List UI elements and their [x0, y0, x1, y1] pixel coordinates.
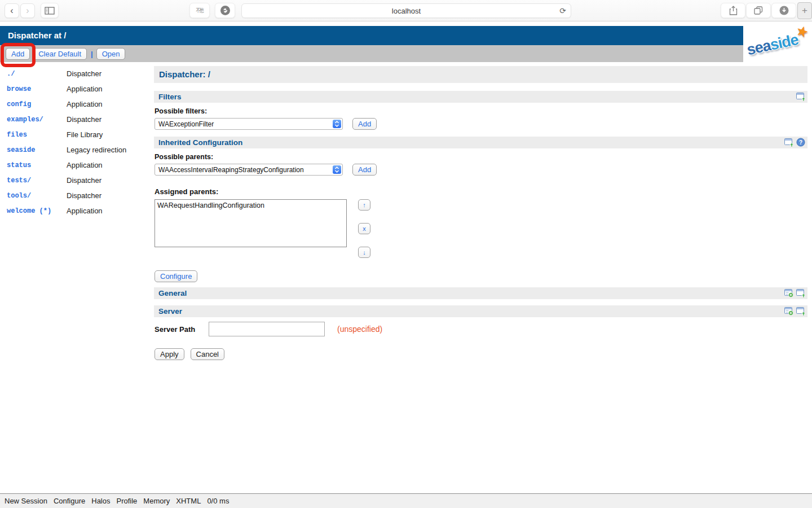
memory-link[interactable]: Memory: [143, 497, 170, 505]
list-item: seaside Legacy redirection: [7, 142, 148, 157]
forward-icon: ›: [26, 6, 29, 16]
url-bar[interactable]: localhost ⟳: [241, 3, 571, 18]
section-general-heading: General: [158, 289, 187, 297]
entry-type: Application: [67, 161, 103, 169]
assigned-parents-label: Assigned parents:: [155, 187, 807, 196]
entry-type: Application: [67, 207, 103, 215]
entry-link[interactable]: welcome (*): [7, 207, 67, 215]
action-toolbar: Add Clear Default | Open: [0, 45, 743, 62]
entry-link[interactable]: status: [7, 161, 67, 169]
new-session-link[interactable]: New Session: [5, 497, 47, 505]
possible-filters-select[interactable]: WAExceptionFilter: [155, 118, 343, 130]
reload-icon[interactable]: ⟳: [559, 6, 566, 15]
config-panel: Dispatcher: / Filters Possible filters: …: [154, 66, 807, 360]
entry-type: Dispatcher: [67, 115, 102, 124]
server-path-input[interactable]: [209, 322, 325, 336]
list-item: examples/ Dispatcher: [7, 112, 148, 127]
server-path-status: (unspecified): [337, 325, 382, 334]
add-parent-button[interactable]: Add: [352, 164, 377, 176]
list-item: tools/ Dispatcher: [7, 188, 148, 203]
hand-icon: [220, 6, 230, 15]
entry-link[interactable]: config: [7, 100, 67, 108]
dev-toolbar: New Session Configure Halos Profile Memo…: [0, 493, 812, 508]
profile-link[interactable]: Profile: [117, 497, 138, 505]
entry-type: Dispatcher: [67, 191, 102, 200]
entry-type: Application: [67, 100, 103, 108]
downloads-icon: [779, 6, 789, 15]
list-item: tests/ Dispatcher: [7, 173, 148, 188]
assigned-parent-item[interactable]: WARequestHandlingConfiguration: [157, 202, 344, 209]
list-item: status Application: [7, 157, 148, 173]
sidebar-icon: [45, 7, 55, 15]
help-icon[interactable]: ?: [796, 138, 805, 147]
entry-type: Dispatcher: [67, 176, 102, 185]
entry-link[interactable]: files: [7, 131, 67, 139]
entry-type: Application: [67, 85, 103, 93]
tab-overview-icon: [754, 6, 763, 15]
open-button[interactable]: Open: [96, 48, 126, 60]
possible-parents-select[interactable]: WAAccessIntervalReapingStrategyConfigura…: [155, 164, 343, 176]
window-put-icon[interactable]: [784, 138, 793, 147]
section-general: General: [154, 287, 807, 299]
window-put-icon[interactable]: [796, 288, 805, 297]
entry-type: Dispatcher: [67, 69, 102, 78]
entry-link[interactable]: ./: [7, 70, 67, 78]
back-button[interactable]: ‹: [5, 3, 19, 18]
dispatcher-entry-list: ./ Dispatcher browse Application config …: [7, 66, 148, 218]
extension-cjk-icon: 不愁: [196, 7, 204, 15]
add-entry-button[interactable]: Add: [6, 48, 30, 60]
xhtml-link[interactable]: XHTML: [176, 497, 201, 505]
seaside-logo: ★ seaside: [747, 27, 810, 61]
sidebar-toggle-button[interactable]: [41, 3, 59, 18]
possible-parents-selected: WAAccessIntervalReapingStrategyConfigura…: [158, 166, 304, 174]
entry-link[interactable]: tests/: [7, 177, 67, 185]
server-path-label: Server Path: [155, 325, 209, 334]
page-header: Dispatcher at /: [0, 26, 743, 45]
cancel-button[interactable]: Cancel: [191, 348, 224, 360]
section-server: Server: [154, 305, 807, 317]
extension-cjk-button[interactable]: 不愁: [189, 3, 210, 18]
config-title: Dispatcher: /: [154, 66, 807, 83]
entry-link[interactable]: seaside: [7, 146, 67, 154]
entry-link[interactable]: browse: [7, 85, 67, 93]
new-tab-button[interactable]: +: [797, 2, 812, 19]
section-filters-heading: Filters: [158, 93, 182, 101]
entry-type: Legacy redirection: [67, 146, 126, 154]
move-up-button[interactable]: ↑: [358, 199, 370, 211]
entry-link[interactable]: tools/: [7, 192, 67, 200]
browser-chrome: ‹ › 不愁 localhost ⟳: [0, 0, 812, 21]
share-button[interactable]: [721, 3, 745, 18]
configure-link[interactable]: Configure: [54, 497, 85, 505]
downloads-button[interactable]: [771, 3, 796, 18]
assigned-parents-listbox[interactable]: WARequestHandlingConfiguration: [155, 199, 347, 247]
move-down-button[interactable]: ↓: [358, 247, 370, 258]
remove-parent-button[interactable]: x: [358, 223, 370, 234]
form-add-icon[interactable]: [784, 288, 793, 297]
window-put-icon[interactable]: [796, 306, 805, 316]
configure-button[interactable]: Configure: [155, 270, 197, 282]
select-stepper-icon: [333, 120, 341, 128]
config-title-text: Dispatcher: /: [159, 69, 210, 79]
halos-link[interactable]: Halos: [91, 497, 110, 505]
add-filter-button[interactable]: Add: [352, 118, 377, 130]
section-inherited-heading: Inherited Configuration: [158, 138, 242, 147]
list-item: files File Library: [7, 127, 148, 142]
entry-link[interactable]: examples/: [7, 116, 67, 124]
section-filters: Filters: [154, 91, 807, 103]
possible-filters-label: Possible filters:: [155, 107, 807, 115]
section-inherited: Inherited Configuration ?: [154, 137, 807, 148]
toolbar-separator: |: [91, 50, 93, 58]
back-icon: ‹: [10, 6, 13, 16]
apply-button[interactable]: Apply: [155, 348, 184, 360]
extension-blocker-button[interactable]: [215, 3, 235, 18]
form-add-icon[interactable]: [784, 306, 793, 316]
svg-text:?: ?: [799, 139, 802, 146]
possible-filters-selected: WAExceptionFilter: [158, 120, 214, 128]
window-put-icon[interactable]: [796, 92, 805, 101]
clear-default-button[interactable]: Clear Default: [33, 48, 87, 60]
plus-icon: +: [802, 5, 807, 16]
tab-overview-button[interactable]: [746, 3, 771, 18]
list-item: ./ Dispatcher: [7, 66, 148, 81]
forward-button[interactable]: ›: [20, 3, 35, 18]
select-stepper-icon: [333, 165, 341, 174]
